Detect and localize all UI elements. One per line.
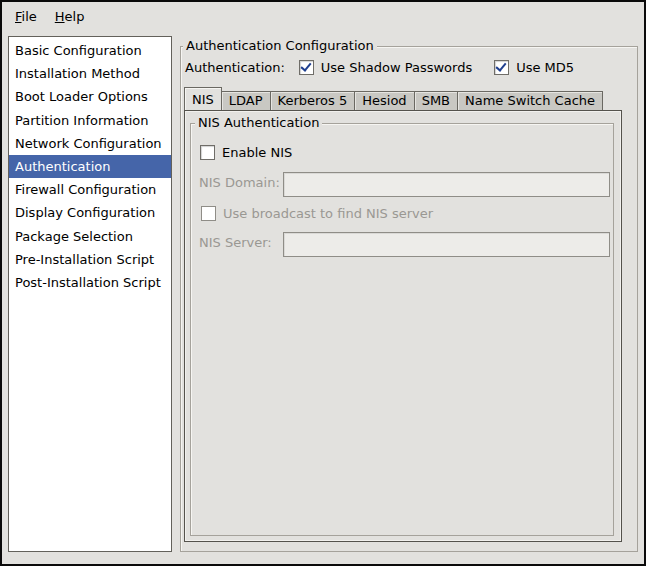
sidebar-item-network-configuration[interactable]: Network Configuration <box>9 132 171 155</box>
nis-authentication-frame: NIS Authentication Enable NIS NIS Domain… <box>190 123 614 536</box>
sidebar-item-basic-configuration[interactable]: Basic Configuration <box>9 39 171 62</box>
tab-ldap[interactable]: LDAP <box>221 91 271 110</box>
menu-help-mnemonic: H <box>55 9 65 24</box>
menu-file[interactable]: File <box>6 6 46 27</box>
tab-nis[interactable]: NIS <box>184 87 222 110</box>
use-shadow-passwords-label: Use Shadow Passwords <box>321 60 472 75</box>
sidebar-item-authentication[interactable]: Authentication <box>9 155 171 178</box>
checkbox-checked-icon <box>299 60 314 75</box>
nis-server-input <box>283 232 610 257</box>
tab-kerberos-5[interactable]: Kerberos 5 <box>270 91 356 110</box>
use-shadow-passwords-checkbox[interactable]: Use Shadow Passwords <box>299 60 472 75</box>
sidebar-item-pre-installation-script[interactable]: Pre-Installation Script <box>9 248 171 271</box>
section-list: Basic Configuration Installation Method … <box>8 36 172 552</box>
checkbox-checked-icon <box>494 60 509 75</box>
authentication-options-row: Authentication: Use Shadow Passwords Use… <box>185 56 596 78</box>
authentication-label: Authentication: <box>185 60 285 75</box>
authentication-configuration-frame-title: Authentication Configuration <box>183 38 377 54</box>
menu-help-rest: elp <box>65 9 85 24</box>
checkbox-unchecked-icon <box>200 145 215 160</box>
authentication-configuration-frame: Authentication Configuration Authenticat… <box>180 46 638 552</box>
use-broadcast-checkbox: Use broadcast to find NIS server <box>201 206 433 221</box>
sidebar-item-post-installation-script[interactable]: Post-Installation Script <box>9 271 171 294</box>
sidebar-item-display-configuration[interactable]: Display Configuration <box>9 201 171 224</box>
nis-tab-page: NIS Authentication Enable NIS NIS Domain… <box>184 110 622 542</box>
menubar: File Help <box>2 2 644 30</box>
auth-tabstrip: NIS LDAP Kerberos 5 Hesiod SMB Name Swit… <box>184 88 602 110</box>
use-broadcast-label: Use broadcast to find NIS server <box>223 206 433 221</box>
tab-name-switch-cache[interactable]: Name Switch Cache <box>457 91 603 110</box>
nis-server-label: NIS Server: <box>199 235 272 250</box>
sidebar-item-package-selection[interactable]: Package Selection <box>9 225 171 248</box>
nis-domain-input <box>283 172 610 197</box>
enable-nis-label: Enable NIS <box>222 145 292 160</box>
sidebar-item-firewall-configuration[interactable]: Firewall Configuration <box>9 178 171 201</box>
sidebar-item-installation-method[interactable]: Installation Method <box>9 62 171 85</box>
use-md5-checkbox[interactable]: Use MD5 <box>494 60 574 75</box>
enable-nis-checkbox[interactable]: Enable NIS <box>200 145 292 160</box>
sidebar-item-boot-loader-options[interactable]: Boot Loader Options <box>9 85 171 108</box>
kickstart-configurator-window: File Help Basic Configuration Installati… <box>0 0 646 566</box>
tab-hesiod[interactable]: Hesiod <box>354 91 414 110</box>
sidebar-item-partition-information[interactable]: Partition Information <box>9 109 171 132</box>
nis-domain-label: NIS Domain: <box>199 175 280 190</box>
checkbox-unchecked-icon <box>201 206 216 221</box>
menu-help[interactable]: Help <box>46 6 94 27</box>
menu-file-rest: ile <box>22 9 37 24</box>
tab-smb[interactable]: SMB <box>414 91 458 110</box>
nis-authentication-frame-title: NIS Authentication <box>195 115 322 131</box>
use-md5-label: Use MD5 <box>516 60 574 75</box>
